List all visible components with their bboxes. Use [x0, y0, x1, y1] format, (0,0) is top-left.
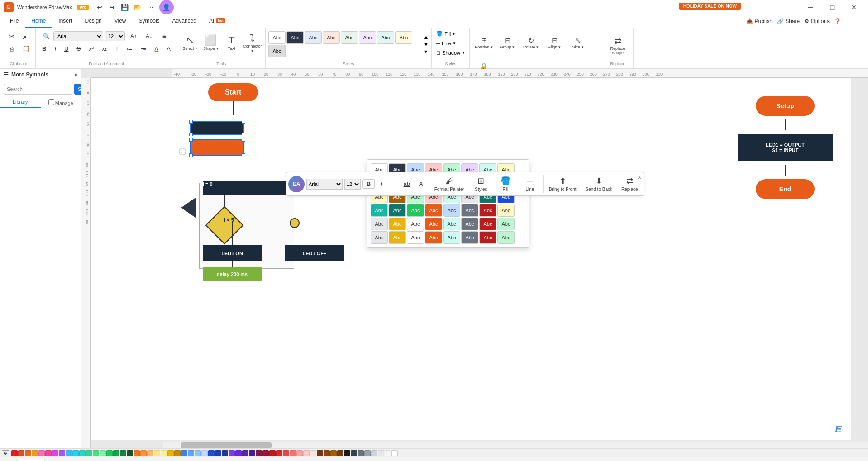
- superscript-btn[interactable]: x²: [85, 44, 97, 53]
- sidebar-toggle-btn[interactable]: ☰: [4, 71, 9, 78]
- color-violet[interactable]: [229, 450, 235, 456]
- copy-btn[interactable]: ⎘: [5, 43, 18, 55]
- minimize-btn[interactable]: ─: [800, 0, 821, 14]
- color-light-blue[interactable]: [188, 450, 194, 456]
- style-cell-7[interactable]: Abc: [377, 31, 394, 44]
- line-btn[interactable]: ─ Line ▾: [434, 39, 467, 47]
- sc-6-6[interactable]: Abc: [461, 231, 478, 244]
- style-cell-1[interactable]: Abc: [268, 31, 286, 44]
- font-family-select[interactable]: ArialTimes New Roman: [53, 31, 103, 41]
- bold-btn[interactable]: B: [38, 44, 50, 53]
- add-page-btn[interactable]: +: [46, 459, 56, 461]
- bullet-btn[interactable]: •≡: [137, 44, 150, 53]
- maximize-btn[interactable]: □: [822, 0, 843, 14]
- paste-btn[interactable]: 📋: [19, 43, 33, 55]
- cut-btn[interactable]: ✂: [5, 30, 18, 43]
- sc-4-7[interactable]: Abc: [479, 204, 496, 217]
- led-output-box[interactable]: LED1 = OUTPUT S1 = INPUT: [738, 134, 833, 161]
- ctx-stroke-btn[interactable]: ab: [400, 180, 414, 188]
- color-dark-blue[interactable]: [208, 450, 215, 456]
- styles-scroll-down[interactable]: ▼: [423, 41, 429, 48]
- rotate-btn[interactable]: ↻ Rotate ▾: [520, 30, 542, 55]
- connector-btn[interactable]: ⤵ Connector ▾: [243, 30, 262, 55]
- handle-bl2[interactable]: [189, 153, 193, 157]
- color-brown[interactable]: [317, 450, 323, 456]
- shape-dark-rect[interactable]: [190, 121, 244, 135]
- help-btn[interactable]: ❓: [834, 18, 841, 24]
- redo-btn[interactable]: ↪: [107, 2, 118, 13]
- tab-symbols[interactable]: Symbols: [133, 14, 166, 28]
- sc-6-4[interactable]: Abc: [425, 231, 442, 244]
- sc-4-6[interactable]: Abc: [461, 204, 478, 217]
- style-cell-3[interactable]: Abc: [305, 31, 322, 44]
- options-btn[interactable]: ⚙ Options: [804, 18, 830, 24]
- decrease-font-btn[interactable]: A↓: [142, 30, 156, 43]
- color-dark-violet[interactable]: [235, 450, 242, 456]
- color-dark-red[interactable]: [262, 450, 269, 456]
- ctx-italic-btn[interactable]: I: [377, 180, 386, 188]
- scrollbar-thumb[interactable]: [181, 442, 272, 448]
- canvas[interactable]: Start ↔: [91, 78, 851, 440]
- color-red[interactable]: [11, 450, 18, 456]
- strikethrough-btn[interactable]: S: [73, 44, 84, 53]
- sc-6-7[interactable]: Abc: [479, 231, 496, 244]
- text-btn[interactable]: T Text: [222, 30, 242, 55]
- color-blue[interactable]: [181, 450, 187, 456]
- color-light-orange[interactable]: [140, 450, 147, 456]
- tab-design[interactable]: Design: [78, 14, 108, 28]
- sc-6-8[interactable]: Abc: [497, 231, 515, 244]
- color-golden[interactable]: [330, 450, 337, 456]
- clear-format-btn[interactable]: T: [111, 44, 122, 53]
- handle-tr[interactable]: [242, 120, 245, 124]
- sc-6-2[interactable]: Abc: [389, 231, 406, 244]
- color-darkest-blue[interactable]: [222, 450, 228, 456]
- horizontal-scrollbar[interactable]: [163, 442, 868, 448]
- user-avatar[interactable]: 👤: [159, 0, 174, 14]
- font-size-select[interactable]: 128101416: [105, 31, 125, 41]
- close-btn[interactable]: ✕: [844, 0, 864, 14]
- color-dark-yellow[interactable]: [174, 450, 181, 456]
- align-btn[interactable]: ≡: [157, 30, 171, 43]
- color-red3[interactable]: [276, 450, 282, 456]
- sidebar-tab-library[interactable]: Library: [0, 97, 41, 108]
- page-tab-1[interactable]: Page-1: [17, 459, 45, 461]
- color-lightest-blue[interactable]: [201, 450, 208, 456]
- color-mid-gray[interactable]: [364, 450, 371, 456]
- style-cell-4[interactable]: Abc: [323, 31, 340, 44]
- color-purple[interactable]: [59, 450, 65, 456]
- color-darkest-violet[interactable]: [249, 450, 255, 456]
- sc-4-4[interactable]: Abc: [425, 204, 442, 217]
- tab-ai[interactable]: AI hot: [203, 14, 232, 28]
- search-input[interactable]: [4, 84, 72, 95]
- font-color-btn[interactable]: A: [151, 44, 162, 53]
- color-light-yellow[interactable]: [161, 450, 167, 456]
- color-darker-violet[interactable]: [242, 450, 248, 456]
- color-light-gray[interactable]: [371, 450, 377, 456]
- tab-insert[interactable]: Insert: [52, 14, 78, 28]
- format-painter-btn[interactable]: 🖌: [19, 30, 33, 43]
- color-gray[interactable]: [358, 450, 364, 456]
- color-red4[interactable]: [283, 450, 289, 456]
- shape-start[interactable]: Start: [208, 83, 258, 101]
- sc-4-2[interactable]: Abc: [389, 204, 406, 217]
- style-cell-6[interactable]: Abc: [359, 31, 376, 44]
- sc-5-2[interactable]: Abc: [389, 218, 406, 230]
- underline-btn[interactable]: U: [61, 44, 72, 53]
- size-btn[interactable]: ⤡ Size ▾: [567, 30, 589, 55]
- color-orange2[interactable]: [134, 450, 140, 456]
- color-dark-brown[interactable]: [337, 450, 343, 456]
- sc-5-4[interactable]: Abc: [425, 218, 442, 230]
- color-darker-blue[interactable]: [215, 450, 221, 456]
- shape-btn[interactable]: ⬜ Shape ▾: [201, 30, 221, 55]
- shadow-btn[interactable]: ◻ Shadow ▾: [434, 49, 467, 57]
- color-maroon[interactable]: [256, 450, 262, 456]
- color-red8[interactable]: [310, 450, 316, 456]
- handle-tl2[interactable]: [189, 138, 193, 142]
- ctx-bring-front-btn[interactable]: ⬆ Bring to Front: [545, 174, 580, 194]
- edraw-ai-btn[interactable]: EA: [288, 176, 305, 192]
- italic-btn[interactable]: I: [51, 44, 60, 53]
- sc-4-1[interactable]: Abc: [371, 204, 388, 217]
- sidebar-tab-manage[interactable]: Manage: [41, 97, 81, 108]
- color-darker-green[interactable]: [120, 450, 126, 456]
- sc-6-1[interactable]: Abc: [371, 231, 388, 244]
